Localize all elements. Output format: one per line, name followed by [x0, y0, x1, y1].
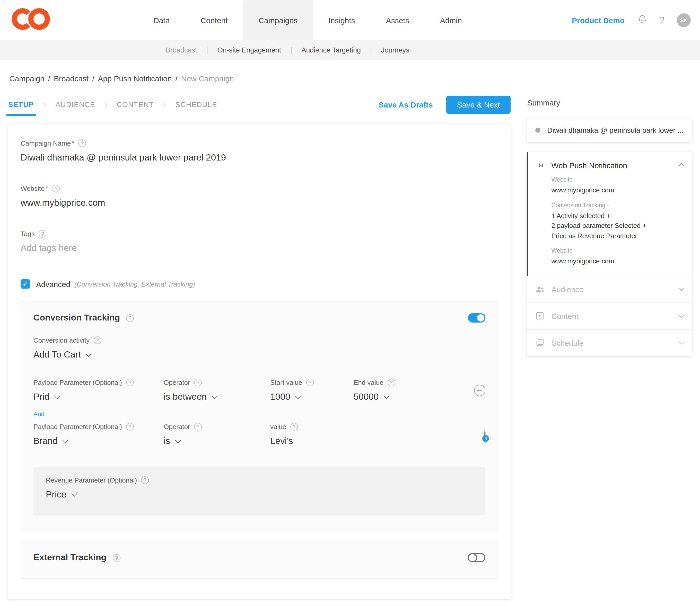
summary-section-audience[interactable]: Audience — [527, 276, 692, 302]
conversion-tracking-toggle[interactable] — [468, 313, 486, 323]
subnav-item-journeys[interactable]: Journeys — [381, 46, 409, 54]
main-nav: Data Content Campaigns Insights Assets A… — [138, 0, 477, 40]
help-icon[interactable] — [194, 423, 202, 430]
summary-section-content[interactable]: Content — [527, 302, 692, 329]
summary-campaign-card[interactable]: Diwali dhamaka @ peninsula park lower ..… — [527, 118, 692, 142]
chevron-up-icon[interactable] — [679, 163, 684, 169]
operator-label: Operator — [164, 379, 190, 386]
operator-dropdown[interactable]: is between — [164, 392, 270, 402]
operator-value: is between — [164, 392, 207, 402]
subnav-item-onsite-engagement[interactable]: On-site Engagement — [218, 46, 281, 54]
summary-website2-label: Website - — [551, 248, 683, 254]
summary-campaign-title: Diwali dhamaka @ peninsula park lower ..… — [547, 126, 683, 134]
tags-input[interactable]: Add tags here — [21, 243, 498, 254]
nav-item-assets[interactable]: Assets — [370, 0, 425, 40]
end-value: 50000 — [354, 392, 379, 402]
nav-item-admin[interactable]: Admin — [425, 0, 477, 40]
web-push-section-header[interactable]: Web Push Notification — [536, 161, 683, 170]
campaigns-subnav: Broadcast | On-site Engagement | Audienc… — [0, 40, 700, 60]
step-setup[interactable]: SETUP — [8, 100, 34, 109]
revenue-parameter-box: Revenue Parameter (Optional) Price — [33, 467, 486, 515]
chevron-down-icon — [679, 312, 684, 318]
nav-item-insights[interactable]: Insights — [313, 0, 370, 40]
step-schedule[interactable]: SCHEDULE — [175, 100, 217, 109]
summary-sections-card: Web Push Notification Website - www.mybi… — [527, 152, 692, 356]
summary-section-schedule[interactable]: Schedule — [527, 329, 692, 356]
summary-column: Summary Diwali dhamaka @ peninsula park … — [527, 94, 692, 356]
status-dot-icon — [535, 127, 540, 133]
help-icon[interactable] — [126, 423, 134, 430]
revenue-parameter-value: Price — [46, 489, 66, 500]
audience-people-icon — [535, 285, 545, 293]
breadcrumb-campaign[interactable]: Campaign — [9, 74, 45, 83]
help-icon[interactable] — [194, 379, 202, 386]
chevron-down-icon — [175, 438, 181, 443]
help-icon[interactable] — [126, 314, 134, 322]
start-value-dropdown[interactable]: 1000 — [270, 392, 354, 402]
help-icon[interactable] — [94, 336, 101, 344]
help-icon[interactable] — [126, 379, 134, 386]
breadcrumb-separator: / — [175, 74, 177, 83]
user-avatar[interactable]: SK — [677, 13, 691, 27]
step-audience[interactable]: AUDIENCE — [55, 100, 95, 109]
help-icon[interactable] — [290, 423, 298, 430]
subnav-item-broadcast[interactable]: Broadcast — [166, 46, 197, 54]
web-push-title: Web Push Notification — [551, 161, 627, 169]
nav-item-data[interactable]: Data — [138, 0, 185, 40]
subnav-item-audience-targeting[interactable]: Audience Targeting — [301, 46, 361, 54]
operator-field: Operator is between — [164, 379, 270, 402]
summary-web-push-section: Web Push Notification Website - www.mybi… — [527, 152, 692, 276]
external-tracking-toggle[interactable] — [468, 553, 486, 562]
save-and-next-button[interactable]: Save & Next — [446, 95, 511, 113]
payload-parameter-label: Payload Parameter (Optional) — [33, 423, 122, 430]
subnav-separator: | — [206, 46, 208, 54]
remove-condition-icon[interactable] — [474, 385, 486, 396]
add-condition-icon[interactable]: 3 — [484, 430, 486, 439]
payload-parameter-value: Prid — [33, 392, 49, 402]
advanced-checkbox[interactable] — [21, 279, 30, 288]
advanced-label: Advanced — [36, 280, 70, 288]
breadcrumb-broadcast[interactable]: Broadcast — [54, 74, 89, 83]
step-chevron-icon — [163, 100, 166, 109]
add-condition-count-badge: 3 — [482, 435, 489, 442]
chevron-down-icon — [679, 285, 684, 291]
help-question-icon[interactable] — [660, 15, 664, 25]
revenue-parameter-dropdown[interactable]: Price — [46, 489, 473, 500]
help-icon[interactable] — [141, 476, 149, 484]
campaign-name-input[interactable]: Diwali dhamaka @ peninsula park lower pa… — [21, 152, 498, 163]
navbar-right: Product Demo SK — [572, 0, 691, 40]
wizard-stepper: SETUP AUDIENCE CONTENT SCHEDULE Save As … — [8, 94, 511, 115]
step-content[interactable]: CONTENT — [117, 100, 154, 109]
nav-item-campaigns[interactable]: Campaigns — [243, 0, 313, 40]
help-icon[interactable] — [388, 379, 395, 386]
nav-item-content[interactable]: Content — [185, 0, 243, 40]
external-tracking-panel: External Tracking — [21, 541, 498, 579]
save-as-drafts-button[interactable]: Save As Drafts — [379, 100, 433, 109]
chevron-down-icon — [383, 393, 389, 399]
chevron-down-icon — [679, 339, 684, 345]
breadcrumb-app-push[interactable]: App Push Notification — [98, 74, 172, 83]
payload-parameter-dropdown[interactable]: Prid — [33, 392, 164, 402]
help-icon[interactable] — [39, 230, 47, 238]
product-demo-link[interactable]: Product Demo — [572, 16, 625, 24]
schedule-icon — [535, 339, 545, 347]
brand-logo[interactable] — [0, 0, 62, 40]
operator-label: Operator — [164, 423, 190, 430]
notification-bell-icon[interactable] — [637, 14, 647, 26]
help-icon[interactable] — [52, 185, 60, 192]
payload-parameter-label: Payload Parameter (Optional) — [33, 379, 122, 386]
help-icon[interactable] — [78, 139, 86, 147]
website-input[interactable]: www.mybigprice.com — [21, 197, 498, 208]
end-value-field: End value 50000 — [354, 379, 395, 402]
conversion-activity-dropdown[interactable]: Add To Cart — [33, 349, 486, 360]
chevron-down-icon — [54, 393, 60, 399]
end-value-dropdown[interactable]: 50000 — [354, 392, 395, 402]
operator-dropdown[interactable]: is — [164, 436, 270, 446]
help-icon[interactable] — [306, 379, 314, 386]
value-input[interactable]: Levi’s — [270, 436, 298, 446]
app-root: Data Content Campaigns Insights Assets A… — [0, 0, 700, 606]
help-icon[interactable] — [112, 554, 120, 561]
payload-parameter-dropdown[interactable]: Brand — [33, 436, 164, 446]
breadcrumb-separator: / — [48, 74, 50, 83]
revenue-parameter-label: Revenue Parameter (Optional) — [46, 476, 137, 484]
